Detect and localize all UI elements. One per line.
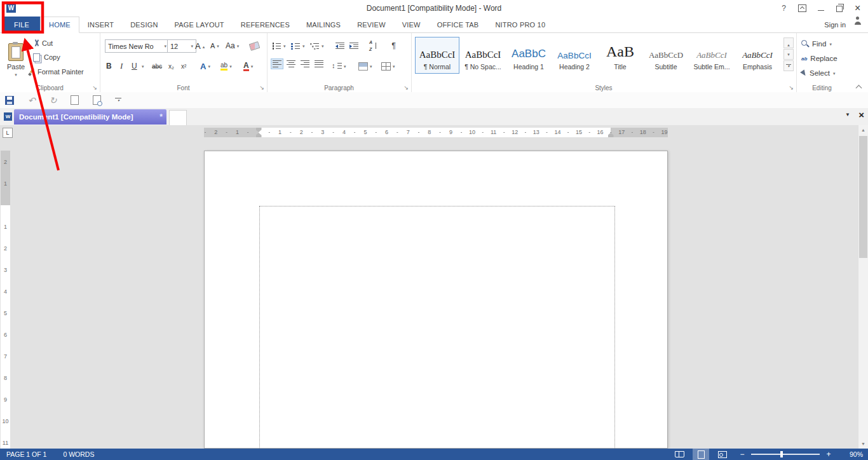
italic-button[interactable]: I — [120, 60, 123, 72]
style-title[interactable]: AaB Title — [598, 37, 642, 74]
first-line-indent-marker[interactable] — [256, 128, 262, 132]
shading-button[interactable] — [358, 60, 372, 72]
style-emphasis[interactable]: AaBbCcI Emphasis — [735, 37, 780, 74]
align-right-button[interactable] — [299, 58, 311, 69]
style-no-spacing[interactable]: AaBbCcI ¶ No Spac... — [461, 37, 505, 74]
close-icon[interactable] — [848, 0, 867, 17]
word-count[interactable]: 0 WORDS — [63, 450, 94, 458]
tab-review[interactable]: REVIEW — [349, 17, 394, 32]
numbering-button[interactable] — [291, 39, 305, 52]
style-subtle-emphasis[interactable]: AaBbCcI Subtle Em... — [689, 37, 734, 74]
scrollbar-thumb[interactable] — [859, 136, 867, 258]
underline-button[interactable]: U — [132, 60, 137, 72]
show-hide-marks-button[interactable] — [391, 39, 395, 52]
select-button[interactable]: Select — [801, 67, 835, 79]
tab-design[interactable]: DESIGN — [122, 17, 166, 32]
style-heading2[interactable]: AaBbCcI Heading 2 — [552, 37, 597, 74]
tab-office-tab[interactable]: OFFICE TAB — [429, 17, 487, 32]
bullets-button[interactable] — [272, 39, 286, 52]
chevron-down-icon[interactable] — [142, 64, 144, 69]
clear-formatting-button[interactable] — [250, 39, 259, 52]
ribbon-display-options-icon[interactable] — [793, 0, 811, 17]
strikethrough-button[interactable]: abc — [152, 60, 162, 72]
font-color-button[interactable]: A — [243, 60, 253, 72]
zoom-in-button[interactable]: + — [822, 450, 835, 459]
line-spacing-button[interactable] — [332, 60, 346, 72]
hanging-indent-marker[interactable] — [256, 133, 262, 137]
right-indent-marker[interactable] — [608, 133, 614, 137]
document-tab-active[interactable]: Document1 [Compatibility Mode] — [14, 109, 166, 125]
change-case-button[interactable]: Aa — [226, 39, 239, 52]
horizontal-ruler[interactable]: 2112345678910111213141516171819 — [204, 128, 668, 137]
highlight-color-button[interactable]: ab — [220, 60, 232, 72]
tab-references[interactable]: REFERENCES — [233, 17, 298, 32]
replace-button[interactable]: Replace — [801, 53, 837, 64]
style-heading1[interactable]: AaBbC Heading 1 — [506, 37, 551, 74]
minimize-icon[interactable] — [811, 0, 830, 17]
multilevel-list-button[interactable] — [310, 39, 324, 52]
shrink-font-button[interactable]: A — [210, 39, 219, 52]
subscript-button[interactable]: x₂ — [168, 60, 174, 72]
web-layout-button[interactable] — [714, 449, 731, 460]
gallery-more-icon[interactable] — [783, 60, 794, 71]
user-icon[interactable] — [853, 17, 862, 25]
vertical-ruler[interactable]: 211234567891011 — [1, 151, 10, 449]
borders-button[interactable] — [381, 60, 395, 72]
tab-file[interactable]: FILE — [3, 17, 40, 32]
zoom-slider[interactable] — [751, 454, 820, 455]
superscript-button[interactable]: x² — [181, 60, 186, 72]
close-document-icon[interactable] — [858, 109, 864, 120]
vertical-scrollbar[interactable] — [858, 125, 868, 449]
tab-star-icon[interactable] — [159, 112, 163, 121]
save-icon[interactable] — [5, 96, 14, 105]
decrease-indent-button[interactable] — [336, 39, 344, 52]
increase-indent-button[interactable] — [349, 39, 358, 52]
bold-button[interactable]: B — [106, 60, 112, 72]
tab-mailings[interactable]: MAILINGS — [298, 17, 349, 32]
sign-in-link[interactable]: Sign in — [818, 17, 852, 32]
styles-dialog-launcher-icon[interactable] — [789, 85, 794, 91]
page-count[interactable]: PAGE 1 OF 1 — [6, 450, 46, 458]
print-layout-button[interactable] — [693, 449, 709, 460]
tab-list-dropdown-icon[interactable] — [845, 112, 850, 118]
sort-button[interactable] — [369, 39, 378, 52]
scroll-down-icon[interactable] — [858, 439, 868, 449]
scroll-up-icon[interactable] — [858, 125, 868, 135]
font-name-select[interactable]: Times New Ro — [105, 39, 170, 53]
tab-home[interactable]: HOME — [40, 17, 79, 33]
print-preview-icon[interactable] — [93, 95, 101, 105]
tab-insert[interactable]: INSERT — [79, 17, 122, 32]
tab-page-layout[interactable]: PAGE LAYOUT — [166, 17, 233, 32]
help-icon[interactable]: ? — [775, 0, 793, 17]
font-dialog-launcher-icon[interactable] — [259, 85, 264, 91]
read-mode-button[interactable] — [671, 449, 688, 460]
style-subtitle[interactable]: AaBbCcD Subtitle — [644, 37, 688, 74]
style-normal[interactable]: AaBbCcI ¶ Normal — [415, 37, 459, 74]
gallery-scroll-up-icon[interactable] — [783, 37, 794, 48]
paste-button[interactable]: Paste — [3, 36, 29, 83]
gallery-scroll-down-icon[interactable] — [783, 49, 794, 60]
document-page[interactable] — [204, 151, 668, 449]
format-painter-button[interactable]: Format Painter — [28, 65, 84, 78]
justify-button[interactable] — [313, 58, 325, 69]
zoom-level[interactable]: 90% — [839, 450, 863, 458]
new-document-icon[interactable] — [71, 95, 79, 105]
copy-button[interactable]: Copy — [33, 51, 60, 64]
collapse-ribbon-icon[interactable] — [856, 84, 862, 90]
tab-stop-selector[interactable]: L — [3, 128, 13, 138]
new-tab-button[interactable] — [169, 110, 187, 125]
redo-icon[interactable] — [50, 95, 57, 106]
align-left-button[interactable] — [271, 58, 283, 69]
font-size-select[interactable]: 12 — [167, 39, 196, 53]
restore-icon[interactable] — [830, 0, 848, 17]
paragraph-dialog-launcher-icon[interactable] — [403, 85, 409, 91]
find-button[interactable]: Find — [801, 38, 832, 50]
zoom-slider-thumb[interactable] — [780, 451, 783, 457]
undo-icon[interactable] — [28, 95, 36, 106]
grow-font-button[interactable]: A — [195, 39, 205, 52]
tab-nitro-pro[interactable]: NITRO PRO 10 — [487, 17, 553, 32]
customize-qat-icon[interactable] — [115, 98, 121, 102]
clipboard-dialog-launcher-icon[interactable] — [92, 85, 97, 91]
cut-button[interactable]: Cut — [33, 37, 53, 50]
align-center-button[interactable] — [285, 58, 297, 69]
